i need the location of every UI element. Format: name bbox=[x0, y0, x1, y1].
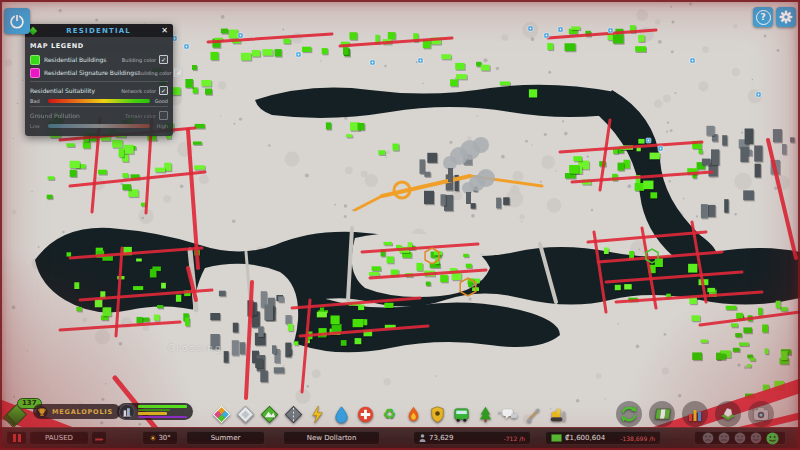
settings-button[interactable] bbox=[776, 7, 796, 27]
temperature-value: 30° bbox=[158, 434, 170, 442]
money-icon bbox=[551, 434, 562, 442]
communications-chat-icon[interactable] bbox=[499, 404, 520, 425]
happiness-face-happy-active bbox=[766, 432, 779, 445]
demand-bar-residential-low bbox=[138, 405, 187, 408]
district-label: Crossing bbox=[168, 343, 223, 353]
scale-label-low: Low bbox=[30, 123, 45, 129]
green-swatch bbox=[30, 55, 40, 65]
roads-icon[interactable] bbox=[283, 404, 304, 425]
happiness-faces bbox=[702, 432, 779, 445]
scale-label-good: Good bbox=[153, 98, 168, 104]
suitability-gradient-bar bbox=[48, 99, 150, 103]
happiness-face-content bbox=[750, 432, 762, 444]
scale-label-high: High bbox=[153, 123, 168, 129]
person-icon bbox=[419, 434, 426, 442]
gear-icon bbox=[778, 9, 794, 25]
close-icon[interactable]: ✕ bbox=[161, 26, 168, 35]
legend-checkbox[interactable]: ✓ bbox=[159, 55, 168, 64]
zoning-demand-widget[interactable] bbox=[117, 403, 193, 420]
garbage-recycle-icon[interactable]: ♻ bbox=[379, 404, 400, 425]
city-name-display[interactable]: New Dollarton bbox=[283, 431, 380, 445]
question-mark-icon: ? bbox=[756, 10, 771, 25]
population-display[interactable]: 73,629 -712 /h bbox=[413, 431, 531, 445]
milestone-pill[interactable]: MEGALOPOLIS bbox=[33, 404, 121, 419]
happiness-face-neutral bbox=[734, 432, 746, 444]
demand-bar-office bbox=[138, 416, 187, 419]
healthcare-icon[interactable] bbox=[355, 404, 376, 425]
season-display: Summer bbox=[186, 431, 265, 445]
pollution-gradient-bar bbox=[48, 124, 150, 128]
infoview-toggle-button[interactable] bbox=[4, 8, 30, 34]
police-shield-icon[interactable] bbox=[427, 404, 448, 425]
fire-rescue-icon[interactable] bbox=[403, 404, 424, 425]
happiness-face-sad bbox=[718, 432, 730, 444]
happiness-face-very-sad bbox=[702, 432, 714, 444]
statistics-icon[interactable] bbox=[682, 401, 708, 427]
electricity-icon[interactable] bbox=[307, 404, 328, 425]
money-value: ₡1,600,604 bbox=[565, 434, 605, 442]
legend-checkbox[interactable] bbox=[159, 111, 168, 120]
power-circle-icon bbox=[6, 10, 28, 32]
temperature-display: ☀ 30° bbox=[142, 431, 178, 445]
water-icon[interactable] bbox=[331, 404, 352, 425]
pause-icon bbox=[13, 434, 21, 442]
population-value: 73,629 bbox=[429, 434, 454, 442]
magenta-swatch bbox=[30, 68, 40, 78]
speed-arrows-icon: ▸▸▸ bbox=[95, 435, 103, 442]
legend-type-label: Network color bbox=[121, 88, 156, 94]
demand-bar-residential-high bbox=[138, 409, 170, 412]
legend-checkbox[interactable]: ✓ bbox=[159, 86, 168, 95]
help-button[interactable]: ? bbox=[753, 7, 773, 27]
speed-control[interactable]: ▸▸▸ bbox=[91, 431, 107, 445]
legend-row-residential-buildings: Residential Buildings Building color ✓ bbox=[30, 53, 168, 66]
legend-label: Residential Buildings bbox=[44, 56, 122, 63]
demand-bars bbox=[138, 405, 189, 418]
parks-tree-icon[interactable] bbox=[475, 404, 496, 425]
legend-label: Residential Suitability bbox=[30, 87, 121, 94]
trophy-icon bbox=[36, 406, 48, 418]
legend-row-signature-buildings: Residential Signature Buildings Building… bbox=[30, 66, 168, 79]
legend-row-ground-pollution: Ground Pollution Terrain color bbox=[30, 109, 168, 122]
season-value: Summer bbox=[211, 434, 241, 442]
transportation-bus-icon[interactable] bbox=[451, 404, 472, 425]
circular-arrows-icon[interactable] bbox=[616, 401, 642, 427]
areas-icon[interactable] bbox=[259, 404, 280, 425]
zones-icon[interactable] bbox=[211, 404, 232, 425]
legend-checkbox[interactable]: ✓ bbox=[174, 68, 183, 77]
signature-buildings-icon[interactable] bbox=[235, 404, 256, 425]
legend-type-label: Building color bbox=[122, 57, 156, 63]
map-legend-title: MAP LEGEND bbox=[30, 42, 168, 50]
suitability-scale: Bad Good bbox=[30, 98, 168, 104]
money-rate: -138,699 /h bbox=[620, 435, 655, 442]
map-tiles-icon[interactable] bbox=[715, 401, 741, 427]
legend-type-label: Building color bbox=[137, 70, 171, 76]
milestone-name: MEGALOPOLIS bbox=[52, 408, 113, 416]
bulldozer-icon[interactable] bbox=[547, 404, 568, 425]
photo-mode-camera-icon[interactable] bbox=[748, 401, 774, 427]
pause-button[interactable] bbox=[6, 431, 27, 445]
main-toolbar: ♻ bbox=[211, 404, 568, 425]
utility-toolbar bbox=[616, 401, 774, 427]
city-name: New Dollarton bbox=[307, 434, 357, 442]
panel-title: RESIDENTIAL bbox=[36, 27, 161, 35]
landscaping-shovel-icon[interactable] bbox=[523, 404, 544, 425]
demand-bar-industrial bbox=[138, 412, 167, 415]
paused-label: PAUSED bbox=[45, 434, 73, 442]
paused-status: PAUSED bbox=[29, 431, 89, 445]
legend-label: Residential Signature Buildings bbox=[44, 69, 137, 76]
panel-header: RESIDENTIAL ✕ bbox=[25, 24, 173, 37]
status-bar: PAUSED ▸▸▸ ☀ 30° Summer New Dollarton 73… bbox=[0, 427, 800, 448]
happiness-display[interactable] bbox=[694, 431, 786, 445]
pollution-scale: Low High bbox=[30, 123, 168, 129]
city-progression-icon bbox=[119, 404, 135, 420]
sun-icon: ☀ bbox=[149, 434, 156, 443]
legend-label: Ground Pollution bbox=[30, 112, 125, 119]
legend-row-suitability: Residential Suitability Network color ✓ bbox=[30, 84, 168, 97]
legend-type-label: Terrain color bbox=[125, 113, 156, 119]
residential-infoview-panel: RESIDENTIAL ✕ MAP LEGEND Residential Bui… bbox=[25, 24, 173, 136]
population-rate: -712 /h bbox=[504, 435, 525, 442]
scale-label-bad: Bad bbox=[30, 98, 45, 104]
money-display[interactable]: ₡1,600,604 -138,699 /h bbox=[545, 431, 661, 445]
infoview-map-icon[interactable] bbox=[649, 401, 675, 427]
